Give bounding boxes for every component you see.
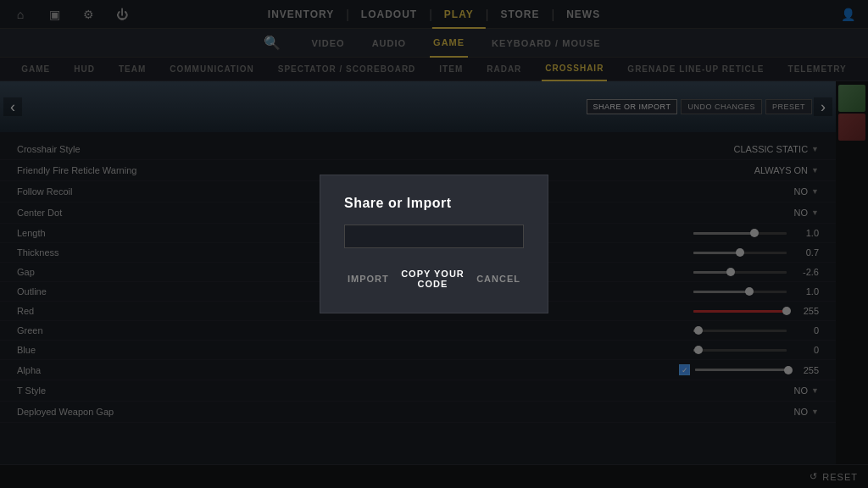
- modal-code-input[interactable]: [344, 225, 524, 248]
- modal-actions: IMPORT COPY YOUR CODE CANCEL: [344, 265, 524, 292]
- modal-import-btn[interactable]: IMPORT: [344, 270, 392, 287]
- page-wrapper: ⌂ ▣ ⚙ ⏻ INVENTORY | LOADOUT | PLAY | STO…: [0, 0, 868, 488]
- modal-overlay[interactable]: Share or Import IMPORT COPY YOUR CODE CA…: [0, 0, 868, 488]
- share-import-modal: Share or Import IMPORT COPY YOUR CODE CA…: [320, 175, 548, 313]
- modal-cancel-btn[interactable]: CANCEL: [473, 270, 524, 287]
- modal-title: Share or Import: [344, 196, 524, 211]
- modal-copy-btn[interactable]: COPY YOUR CODE: [392, 265, 473, 292]
